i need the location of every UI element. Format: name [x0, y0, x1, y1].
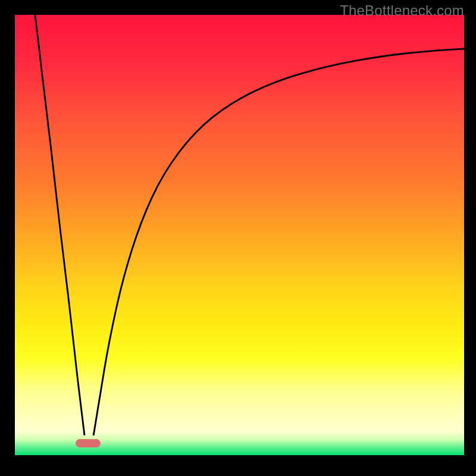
valley-marker	[76, 439, 101, 447]
right-curve	[93, 49, 464, 436]
watermark-text: TheBottleneck.com	[340, 2, 464, 19]
plot-area	[15, 15, 464, 455]
left-curve	[35, 15, 84, 436]
curves-layer	[15, 15, 464, 455]
